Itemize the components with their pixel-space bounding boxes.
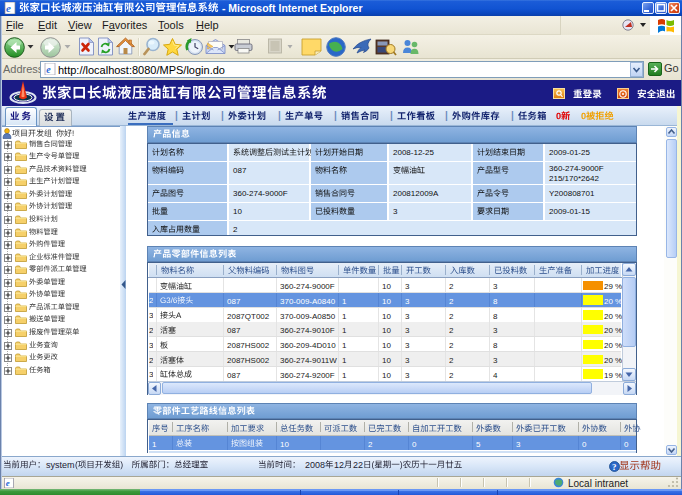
svg-text:e: e	[6, 478, 10, 488]
svg-text:?: ?	[612, 462, 617, 472]
svg-text:e: e	[46, 64, 51, 75]
svg-text:e: e	[6, 2, 11, 14]
